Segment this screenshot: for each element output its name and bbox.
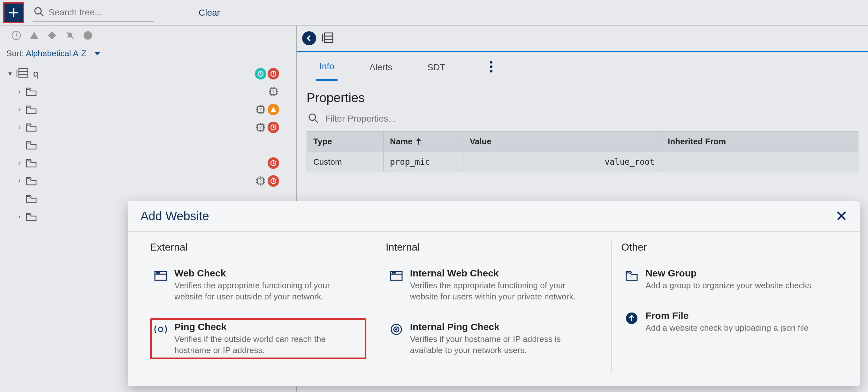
svg-point-90 — [309, 114, 315, 120]
table-row[interactable]: Custom prop_mic value_root — [307, 152, 858, 172]
svg-point-97 — [159, 272, 160, 273]
folder-icon — [26, 123, 37, 132]
sort-label: Sort: — [6, 48, 24, 58]
add-button[interactable] — [3, 2, 24, 23]
tab-alerts[interactable]: Alerts — [366, 53, 396, 80]
status-badge-warning — [268, 104, 279, 115]
internal-heading: Internal — [386, 241, 602, 253]
chevron-right-icon: › — [16, 88, 23, 96]
option-desc: Verifies if the outside world can reach … — [174, 334, 363, 356]
chevron-right-icon: › — [16, 177, 23, 185]
bell-off-icon[interactable] — [64, 30, 75, 41]
col-header-inherited[interactable]: Inherited From — [661, 132, 858, 152]
svg-text:?: ? — [272, 89, 275, 94]
status-badge-red — [268, 68, 279, 79]
cell-inherited — [661, 152, 858, 172]
option-desc: Verifies the appropriate functioning of … — [410, 280, 599, 302]
svg-point-98 — [158, 327, 163, 332]
warning-icon[interactable] — [29, 30, 40, 41]
chip-icon: ? — [255, 122, 266, 133]
tree-item[interactable]: › ? — [6, 101, 292, 119]
sort-row[interactable]: Sort: Alphabetical A-Z — [4, 45, 292, 65]
svg-rect-87 — [324, 36, 333, 39]
svg-point-2 — [35, 8, 41, 14]
col-header-value[interactable]: Value — [463, 132, 661, 152]
tab-overflow-menu[interactable] — [490, 61, 492, 72]
search-tree-wrap — [33, 3, 154, 22]
chevron-right-icon: › — [16, 105, 23, 113]
option-internal-web-check[interactable]: Internal Web Check Verifies the appropri… — [386, 265, 602, 305]
target-icon — [389, 322, 404, 337]
option-internal-ping-check[interactable]: Internal Ping Check Verifies if your hos… — [386, 318, 602, 359]
chevron-right-icon: › — [16, 123, 23, 132]
folder-icon — [26, 176, 37, 186]
filter-properties-input[interactable] — [325, 113, 453, 124]
option-new-group[interactable]: New Group Add a group to organize your w… — [621, 265, 837, 294]
status-badge-red — [268, 175, 279, 187]
tabs: Info Alerts SDT — [297, 51, 868, 81]
svg-text:?: ? — [260, 125, 262, 130]
svg-line-91 — [315, 120, 318, 123]
tree-item[interactable]: › — [6, 154, 292, 172]
upload-icon — [624, 311, 639, 326]
svg-point-105 — [396, 329, 397, 330]
svg-text:?: ? — [260, 179, 262, 183]
back-button[interactable] — [302, 31, 316, 45]
clock-icon[interactable] — [11, 30, 22, 41]
option-title: Internal Web Check — [410, 268, 599, 279]
option-title: New Group — [645, 268, 817, 279]
browser-icon — [153, 268, 168, 283]
option-desc: Add a website check by uploading a json … — [645, 322, 815, 334]
svg-line-3 — [40, 13, 43, 16]
server-group-icon — [321, 31, 334, 45]
external-heading: External — [150, 241, 366, 253]
tree-item[interactable]: › ? — [6, 83, 292, 101]
properties-table: Type Name Value Inherited From Custom pr… — [307, 131, 859, 172]
cell-type: Custom — [307, 152, 383, 172]
option-ping-check[interactable]: Ping Check Verifies if the outside world… — [150, 318, 366, 359]
folder-icon — [26, 212, 37, 222]
svg-point-96 — [157, 272, 158, 273]
chevron-right-icon: › — [16, 213, 23, 221]
tab-info[interactable]: Info — [316, 52, 338, 81]
option-from-file[interactable]: From File Add a website check by uploadi… — [621, 307, 837, 337]
search-icon — [34, 7, 44, 18]
chip-icon: ? — [268, 86, 279, 97]
search-icon — [308, 113, 319, 125]
option-desc: Verifies if your hostname or IP address … — [410, 334, 599, 356]
modal-col-internal: Internal Internal Web Check Verifies the… — [376, 241, 612, 372]
cell-name: prop_mic — [383, 152, 463, 172]
col-header-type[interactable]: Type — [307, 132, 383, 152]
tree-root-label: q — [33, 69, 38, 79]
option-web-check[interactable]: Web Check Verifies the appropriate funct… — [150, 265, 366, 305]
option-desc: Verifies the appropriate functioning of … — [174, 280, 363, 302]
modal-col-other: Other New Group Add a group to organize … — [611, 241, 847, 372]
sort-asc-icon — [416, 138, 422, 145]
svg-text:?: ? — [260, 107, 262, 112]
close-button[interactable] — [836, 210, 847, 223]
add-website-modal: Add Website External Web Check Verifies … — [128, 201, 860, 386]
tree-item[interactable]: › ? — [6, 172, 292, 190]
search-tree-input[interactable] — [49, 7, 144, 18]
tab-sdt[interactable]: SDT — [424, 53, 448, 80]
moon-icon[interactable] — [83, 30, 93, 41]
clear-search-link[interactable]: Clear — [199, 8, 220, 18]
folder-icon — [26, 87, 37, 96]
status-badge-red — [268, 157, 279, 169]
status-badge-teal — [255, 68, 266, 79]
svg-point-102 — [394, 272, 395, 273]
svg-point-101 — [392, 272, 393, 273]
modal-col-external: External Web Check Verifies the appropri… — [141, 241, 376, 372]
option-title: Internal Ping Check — [410, 322, 599, 332]
tree-item[interactable]: › ? — [6, 119, 292, 136]
modal-title: Add Website — [141, 209, 209, 223]
tree-root[interactable]: ▾ q — [6, 65, 292, 83]
browser-icon — [389, 268, 404, 283]
svg-rect-8 — [19, 71, 28, 74]
folder-plus-icon — [624, 268, 639, 283]
tree-item[interactable] — [6, 136, 292, 154]
svg-rect-9 — [19, 74, 28, 77]
col-header-name[interactable]: Name — [383, 132, 463, 152]
diamond-icon[interactable] — [46, 30, 58, 41]
option-title: Web Check — [174, 268, 363, 279]
